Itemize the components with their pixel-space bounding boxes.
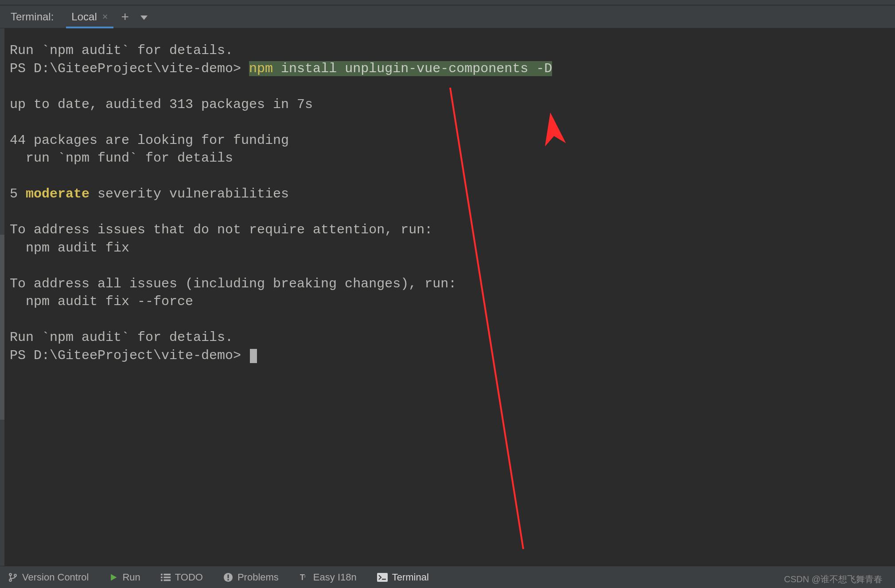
branch-icon (8, 573, 18, 582)
svg-marker-4 (111, 574, 117, 580)
translate-icon: T r (299, 573, 309, 582)
terminal-cmd-npm: npm (249, 61, 273, 76)
terminal-line: npm audit fix --force (10, 294, 193, 309)
svg-rect-13 (227, 579, 229, 580)
terminal-cmd-flag: -D (536, 61, 552, 76)
svg-point-1 (9, 573, 12, 576)
tool-label: Run (122, 572, 140, 583)
tool-label: TODO (175, 572, 203, 583)
warning-icon (223, 573, 233, 582)
chevron-down-icon[interactable] (140, 15, 148, 20)
list-icon (161, 573, 171, 582)
svg-rect-17 (382, 579, 386, 580)
svg-rect-10 (163, 579, 171, 581)
terminal-line: up to date, audited 313 packages in 7s (10, 97, 313, 112)
tool-todo[interactable]: TODO (161, 572, 203, 583)
terminal-line: npm audit fix (10, 240, 129, 255)
terminal-tab-local[interactable]: Local × (66, 5, 113, 28)
terminal-tab-actions: + (121, 10, 148, 23)
tool-terminal[interactable]: Terminal (377, 572, 429, 583)
svg-rect-5 (161, 573, 163, 575)
terminal-line: 44 packages are looking for funding (10, 133, 289, 148)
svg-rect-9 (161, 579, 163, 581)
svg-rect-16 (377, 573, 388, 582)
terminal-line: To address all issues (including breakin… (10, 276, 456, 291)
tool-run[interactable]: Run (109, 572, 140, 583)
terminal-title: Terminal: (11, 11, 54, 23)
svg-rect-12 (227, 574, 229, 578)
left-gutter-active-stripe (0, 235, 4, 420)
svg-text:r: r (304, 574, 306, 578)
tool-label: Version Control (22, 572, 89, 583)
terminal-line: Run `npm audit` for details. (10, 43, 233, 58)
terminal-keyword-moderate: moderate (26, 186, 90, 201)
tool-label: Easy I18n (313, 572, 357, 583)
terminal-line-suffix: severity vulnerabilities (90, 186, 289, 201)
svg-rect-6 (163, 573, 171, 575)
terminal-tabs: Local × (66, 5, 113, 28)
terminal-selection: npm install unplugin-vue-components -D (249, 61, 552, 76)
terminal-line-prefix: 5 (10, 186, 26, 201)
terminal-prompt: PS D:\GiteeProject\vite-demo> (10, 348, 249, 363)
tool-problems[interactable]: Problems (223, 572, 279, 583)
window-top-strip (0, 0, 895, 5)
terminal-line: To address issues that do not require at… (10, 222, 432, 237)
tool-easy-i18n[interactable]: T r Easy I18n (299, 572, 357, 583)
play-icon (109, 573, 118, 582)
tool-version-control[interactable]: Version Control (8, 572, 89, 583)
terminal-output[interactable]: Run `npm audit` for details. PS D:\Gitee… (4, 28, 895, 566)
terminal-line: run `npm fund` for details (10, 151, 233, 166)
bottom-tool-bar: Version Control Run TODO Problems (0, 566, 895, 588)
terminal-icon (377, 573, 388, 582)
svg-rect-8 (163, 576, 171, 578)
plus-icon[interactable]: + (121, 10, 129, 23)
terminal-cursor (250, 349, 257, 363)
tool-label: Terminal (392, 572, 429, 583)
close-icon[interactable]: × (102, 11, 108, 23)
svg-rect-7 (161, 576, 163, 578)
terminal-tab-label: Local (71, 11, 97, 23)
svg-point-2 (9, 579, 12, 581)
terminal-line: Run `npm audit` for details. (10, 330, 233, 345)
watermark: CSDN @谁不想飞舞青春 (784, 573, 883, 585)
terminal-prompt: PS D:\GiteeProject\vite-demo> (10, 61, 249, 76)
terminal-toolwindow-header: Terminal: Local × + (0, 5, 895, 28)
tool-label: Problems (237, 572, 279, 583)
terminal-cmd-rest: install unplugin-vue-components (273, 61, 536, 76)
